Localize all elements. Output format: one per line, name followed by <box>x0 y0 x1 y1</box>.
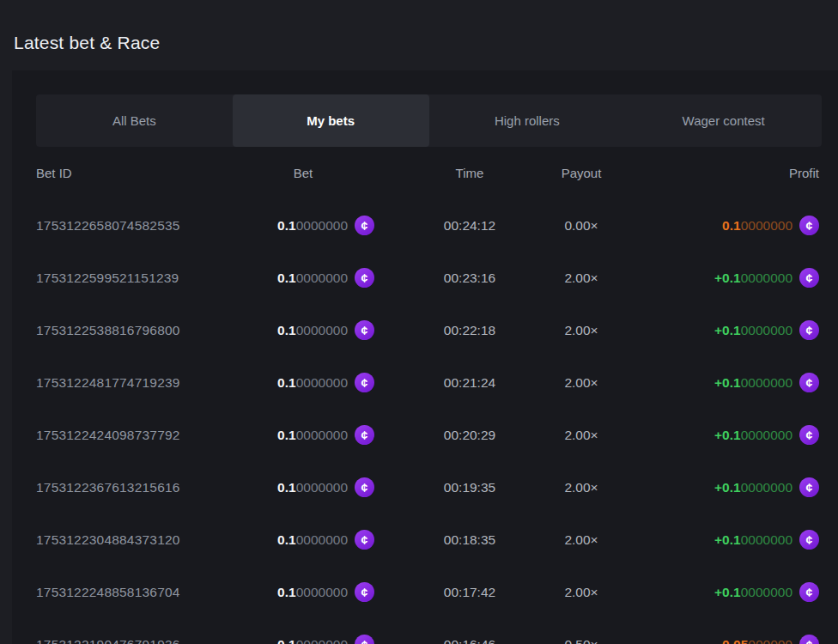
profit-amount-significant: +0.1 <box>714 428 741 443</box>
table-row[interactable]: 1753122599521151239 0.10000000 ¢ 00:23:1… <box>12 252 838 304</box>
bet-id-value: 1753122304884373120 <box>36 532 232 548</box>
profit-amount: +0.10000000 ¢ <box>628 320 819 340</box>
profit-amount-significant: +0.1 <box>714 480 741 495</box>
bet-amount-zeros: 0000000 <box>296 585 348 600</box>
coin-icon: ¢ <box>355 373 374 392</box>
time-value: 00:19:35 <box>405 480 534 495</box>
bet-id-value: 1753122248858136704 <box>36 585 232 600</box>
profit-amount: +0.10000000 ¢ <box>628 268 819 288</box>
payout-value: 2.00× <box>534 323 628 338</box>
bet-amount: 0.10000000 ¢ <box>232 268 374 288</box>
table-row[interactable]: 1753122190476791936 0.10000000 ¢ 00:16:4… <box>12 618 838 644</box>
tab-wager-contest[interactable]: Wager contest <box>625 94 822 147</box>
coin-icon: ¢ <box>799 582 819 602</box>
coin-icon: ¢ <box>799 477 819 497</box>
bet-amount: 0.10000000 ¢ <box>232 373 374 392</box>
profit-amount-zeros: 0000000 <box>741 323 792 338</box>
table-row[interactable]: 1753122658074582535 0.10000000 ¢ 00:24:1… <box>12 199 838 252</box>
latest-bets-panel: All Bets My bets High rollers Wager cont… <box>12 70 838 644</box>
profit-amount: +0.10000000 ¢ <box>628 530 819 550</box>
bet-amount: 0.10000000 ¢ <box>232 530 374 550</box>
profit-amount-significant: +0.1 <box>714 323 741 338</box>
coin-icon: ¢ <box>799 425 819 445</box>
time-value: 00:22:18 <box>405 323 534 338</box>
profit-amount-zeros: 0000000 <box>741 480 792 495</box>
column-header-payout: Payout <box>534 166 628 180</box>
profit-amount: 0.05000000 ¢ <box>628 635 819 644</box>
bet-amount: 0.10000000 ¢ <box>232 425 374 445</box>
tab-label: Wager contest <box>683 113 765 128</box>
coin-icon: ¢ <box>799 320 819 340</box>
coin-icon: ¢ <box>799 635 819 644</box>
table-row[interactable]: 1753122248858136704 0.10000000 ¢ 00:17:4… <box>12 566 838 618</box>
payout-value: 0.00× <box>534 218 628 234</box>
table-body: 1753122658074582535 0.10000000 ¢ 00:24:1… <box>12 199 838 644</box>
bet-amount-significant: 0.1 <box>277 323 296 338</box>
coin-icon: ¢ <box>799 373 819 392</box>
profit-amount-zeros: 0000000 <box>741 532 792 548</box>
payout-value: 2.00× <box>534 480 628 495</box>
profit-amount-significant: +0.1 <box>714 375 741 391</box>
payout-value: 2.00× <box>534 375 628 391</box>
bet-id-value: 1753122658074582535 <box>36 218 232 234</box>
profit-amount: +0.10000000 ¢ <box>628 425 819 445</box>
bet-amount: 0.10000000 ¢ <box>232 635 374 644</box>
payout-value: 2.00× <box>534 585 628 600</box>
tab-label: My bets <box>307 113 355 128</box>
coin-icon: ¢ <box>799 268 819 288</box>
profit-amount-zeros: 0000000 <box>741 375 792 391</box>
time-value: 00:23:16 <box>405 270 534 286</box>
profit-amount-zeros: 000000 <box>748 637 792 644</box>
payout-value: 2.00× <box>534 428 628 443</box>
bet-amount-significant: 0.1 <box>277 375 296 391</box>
bet-amount-zeros: 0000000 <box>296 532 348 548</box>
coin-icon: ¢ <box>799 530 819 550</box>
profit-amount-zeros: 0000000 <box>741 428 792 443</box>
bet-amount-zeros: 0000000 <box>296 637 348 644</box>
tab-high-rollers[interactable]: High rollers <box>429 94 626 147</box>
coin-icon: ¢ <box>355 425 374 445</box>
profit-amount: +0.10000000 ¢ <box>628 373 819 392</box>
bet-id-value: 1753122599521151239 <box>36 270 232 286</box>
time-value: 00:16:46 <box>405 637 534 644</box>
bet-amount-significant: 0.1 <box>277 480 296 495</box>
page-title: Latest bet & Race <box>0 0 838 70</box>
payout-value: 2.00× <box>534 532 628 548</box>
bets-tabbar: All Bets My bets High rollers Wager cont… <box>36 94 822 147</box>
column-header-time: Time <box>405 166 534 180</box>
bet-amount-significant: 0.1 <box>277 532 296 548</box>
column-header-profit: Profit <box>628 166 819 180</box>
profit-amount-significant: 0.05 <box>722 637 748 644</box>
tab-all-bets[interactable]: All Bets <box>36 94 233 147</box>
bet-amount-zeros: 0000000 <box>296 480 348 495</box>
table-header-row: Bet ID Bet Time Payout Profit <box>12 147 838 199</box>
bet-amount-zeros: 0000000 <box>296 270 348 286</box>
bet-amount-zeros: 0000000 <box>296 375 348 391</box>
table-row[interactable]: 1753122424098737792 0.10000000 ¢ 00:20:2… <box>12 409 838 461</box>
bet-amount-zeros: 0000000 <box>296 218 348 234</box>
table-row[interactable]: 1753122481774719239 0.10000000 ¢ 00:21:2… <box>12 356 838 409</box>
table-row[interactable]: 1753122538816796800 0.10000000 ¢ 00:22:1… <box>12 304 838 356</box>
bet-amount-significant: 0.1 <box>277 218 296 234</box>
bet-amount: 0.10000000 ¢ <box>232 216 374 235</box>
profit-amount-zeros: 0000000 <box>741 270 792 286</box>
bet-amount-significant: 0.1 <box>277 270 296 286</box>
profit-amount-significant: 0.1 <box>722 218 741 234</box>
bet-amount-significant: 0.1 <box>277 428 296 443</box>
time-value: 00:24:12 <box>405 218 534 234</box>
profit-amount: +0.10000000 ¢ <box>628 582 819 602</box>
time-value: 00:21:24 <box>405 375 534 391</box>
table-row[interactable]: 1753122367613215616 0.10000000 ¢ 00:19:3… <box>12 461 838 513</box>
profit-amount-significant: +0.1 <box>714 270 741 286</box>
bet-id-value: 1753122481774719239 <box>36 375 232 391</box>
table-row[interactable]: 1753122304884373120 0.10000000 ¢ 00:18:3… <box>12 513 838 566</box>
column-header-bet-id: Bet ID <box>36 166 232 180</box>
bet-amount-significant: 0.1 <box>277 585 296 600</box>
coin-icon: ¢ <box>355 582 374 602</box>
tab-my-bets[interactable]: My bets <box>233 94 429 147</box>
column-header-bet: Bet <box>232 166 374 180</box>
bet-amount-zeros: 0000000 <box>296 428 348 443</box>
profit-amount: 0.10000000 ¢ <box>628 216 819 235</box>
bet-amount: 0.10000000 ¢ <box>232 582 374 602</box>
profit-amount-zeros: 0000000 <box>741 585 792 600</box>
